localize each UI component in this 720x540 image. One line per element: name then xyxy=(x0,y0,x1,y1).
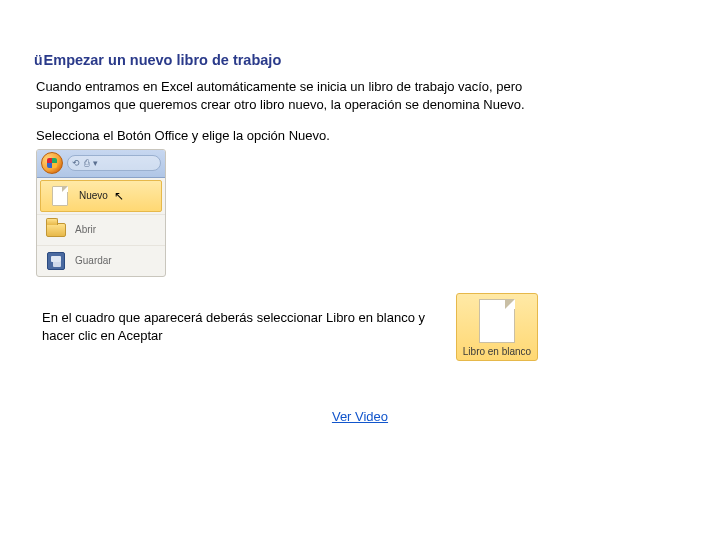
open-folder-icon xyxy=(45,220,67,240)
check-icon: ü xyxy=(34,52,43,68)
libro-en-blanco-tile[interactable]: Libro en blanco xyxy=(456,293,538,361)
heading-row: ü Empezar un nuevo libro de trabajo xyxy=(34,52,686,68)
blank-document-icon xyxy=(479,299,515,343)
tile-label: Libro en blanco xyxy=(461,346,533,357)
menu-item-label: Nuevo xyxy=(79,190,108,201)
save-disk-icon xyxy=(45,251,67,271)
office-menu-list: Nuevo ↖ Abrir Guardar xyxy=(37,180,165,276)
office-titlebar: ⟲⎙▾ xyxy=(37,150,165,178)
menu-item-label: Abrir xyxy=(75,224,96,235)
menu-item-label: Guardar xyxy=(75,255,112,266)
ver-video-link[interactable]: Ver Video xyxy=(34,409,686,424)
office-menu-mock: ⟲⎙▾ Nuevo ↖ Abrir Guardar xyxy=(36,149,166,277)
quick-access-toolbar: ⟲⎙▾ xyxy=(67,155,161,171)
menu-item-nuevo[interactable]: Nuevo ↖ xyxy=(40,180,162,212)
cursor-icon: ↖ xyxy=(114,189,124,203)
dialog-instruction-text: En el cuadro que aparecerá deberás selec… xyxy=(42,309,442,344)
new-file-icon xyxy=(49,186,71,206)
instruction-paragraph: Selecciona el Botón Office y elige la op… xyxy=(36,127,596,145)
office-button-icon xyxy=(41,152,63,174)
menu-item-abrir[interactable]: Abrir xyxy=(37,214,165,245)
intro-paragraph: Cuando entramos en Excel automáticamente… xyxy=(36,78,596,113)
page-title: Empezar un nuevo libro de trabajo xyxy=(44,52,282,68)
menu-item-guardar[interactable]: Guardar xyxy=(37,245,165,276)
dialog-instruction-row: En el cuadro que aparecerá deberás selec… xyxy=(42,293,686,361)
